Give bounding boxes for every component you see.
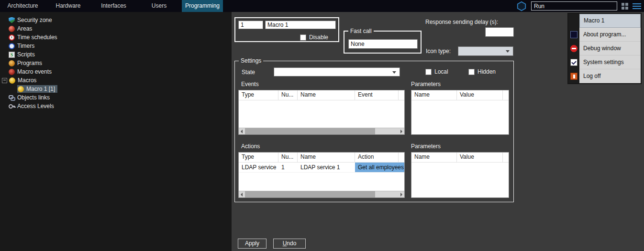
column-header[interactable]: Name [298, 153, 355, 162]
sidebar-item-security-zone[interactable]: Security zone [0, 16, 52, 24]
log-off-icon [570, 73, 577, 80]
column-header[interactable]: Event [355, 90, 399, 100]
state-label: State [242, 69, 255, 76]
sidebar-item-time-schedules[interactable]: Time schedules [0, 33, 57, 42]
cell-type[interactable]: LDAP service [239, 163, 278, 172]
tab-architecture[interactable]: Architecture [0, 0, 45, 12]
sidebar-item-access-levels[interactable]: Access Levels [0, 102, 54, 110]
sidebar-item-scripts[interactable]: Scripts [0, 50, 35, 59]
scroll-track[interactable] [245, 191, 398, 197]
run-input[interactable] [531, 1, 617, 11]
events-title: Events [241, 81, 259, 87]
local-checkbox[interactable] [425, 69, 432, 75]
sidebar-item-macro-1[interactable]: Macro 1 [1] [0, 85, 57, 93]
settings-groupbox: Settings State Local Hidden Events Type … [234, 61, 514, 202]
icon-type-dropdown[interactable] [458, 46, 513, 56]
menu-icon-cell [568, 14, 579, 28]
response-delay-input[interactable] [485, 27, 514, 37]
events-table-body [239, 100, 404, 128]
scroll-right-icon[interactable] [398, 128, 404, 134]
column-header[interactable]: Action [355, 153, 399, 162]
disable-label: Disable [309, 34, 328, 41]
events-table[interactable]: Type Nu... Name Event [238, 90, 405, 135]
menu-icon-cell [568, 42, 579, 55]
actions-parameters-header: Name Value [411, 153, 509, 163]
scroll-right-icon[interactable] [398, 191, 404, 197]
tab-interfaces[interactable]: Interfaces [91, 0, 136, 12]
sidebar-item-programs[interactable]: Programs [0, 59, 42, 67]
sidebar-item-objects-links[interactable]: Objects links [0, 93, 50, 102]
disable-checkbox-group: Disable [300, 33, 328, 41]
undo-button[interactable]: Undo [273, 239, 306, 249]
actions-table[interactable]: Type Nu... Name Action LDAP service 1 LD… [238, 152, 405, 198]
hexagon-logo-icon [516, 1, 527, 11]
hidden-checkbox[interactable] [468, 69, 475, 75]
macro-events-icon [9, 69, 15, 75]
access-levels-icon [9, 103, 15, 109]
column-header[interactable]: Type [239, 90, 278, 100]
scroll-left-icon[interactable] [239, 128, 245, 134]
fast-call-input[interactable] [348, 39, 418, 49]
menu-item-log-off[interactable]: Log off [568, 69, 641, 83]
menu-item-system-settings[interactable]: System settings [568, 55, 641, 69]
scroll-thumb[interactable] [245, 128, 375, 134]
actions-parameters-title: Parameters [411, 143, 441, 150]
menu-item-macro-1[interactable]: Macro 1 [568, 14, 641, 28]
tab-hardware[interactable]: Hardware [45, 0, 91, 12]
sidebar-item-macro-events[interactable]: Macro events [0, 67, 52, 76]
sidebar-item-label: Objects links [17, 94, 50, 101]
macro-number-input[interactable] [238, 21, 263, 29]
events-table-hscrollbar[interactable] [239, 128, 404, 134]
security-zone-icon [9, 17, 15, 23]
app-window: Architecture Hardware Interfaces Users P… [0, 0, 644, 251]
column-header[interactable]: Name [298, 90, 355, 100]
actions-table-hscrollbar[interactable] [239, 191, 404, 197]
actions-parameters-body [411, 163, 509, 197]
scroll-track[interactable] [245, 128, 398, 134]
tab-users[interactable]: Users [136, 0, 182, 12]
cell-action-selected[interactable]: Get all employees [355, 163, 404, 172]
sidebar-item-timers[interactable]: Timers [0, 42, 34, 50]
events-table-header: Type Nu... Name Event [239, 90, 404, 100]
menu-item-label: Log off [579, 69, 641, 83]
sidebar-item-areas[interactable]: Areas [0, 24, 32, 33]
undo-button-label: Undo [283, 239, 297, 248]
actions-parameters-table[interactable]: Name Value [411, 152, 509, 198]
column-header[interactable]: Value [457, 153, 503, 162]
cell-name[interactable]: LDAP service 1 [298, 163, 355, 172]
apply-button[interactable]: Apply [238, 239, 266, 249]
hamburger-menu-icon[interactable] [633, 3, 641, 9]
column-header[interactable]: Name [411, 153, 457, 162]
column-header[interactable]: Nu... [278, 90, 298, 100]
column-header[interactable]: Nu... [278, 153, 298, 162]
hidden-label: Hidden [477, 68, 496, 75]
sidebar-item-macros[interactable]: Macros [0, 76, 36, 85]
events-parameters-table[interactable]: Name Value [411, 90, 509, 135]
macros-icon [9, 77, 15, 84]
state-dropdown[interactable] [274, 67, 400, 76]
column-header[interactable]: Type [239, 153, 278, 162]
column-header[interactable]: Name [411, 90, 457, 100]
cell-number[interactable]: 1 [278, 163, 298, 172]
top-menu-bar: Architecture Hardware Interfaces Users P… [0, 0, 644, 12]
topbar-right-controls [516, 0, 641, 12]
table-row[interactable]: LDAP service 1 LDAP service 1 Get all em… [239, 163, 404, 173]
menu-item-debug-window[interactable]: Debug window [568, 42, 641, 55]
sidebar-item-label: Macro 1 [1] [26, 86, 55, 92]
grid-view-icon[interactable] [622, 3, 628, 10]
macro-name-input[interactable] [265, 21, 336, 29]
events-parameters-header: Name Value [411, 90, 509, 100]
tree-selection-highlight: Macro 1 [1] [17, 85, 57, 93]
actions-table-body: LDAP service 1 LDAP service 1 Get all em… [239, 163, 404, 191]
column-header-spacer [503, 90, 509, 100]
tab-programming[interactable]: Programming [182, 0, 223, 12]
local-checkbox-group: Local [425, 68, 448, 76]
scroll-thumb[interactable] [245, 191, 375, 197]
column-header[interactable]: Value [457, 90, 503, 100]
macro-1-icon [18, 86, 24, 92]
disable-checkbox[interactable] [300, 34, 306, 41]
menu-item-about-program[interactable]: About program... [568, 28, 641, 42]
collapse-expander-icon[interactable] [2, 78, 7, 83]
icon-type-value [458, 48, 460, 55]
scroll-left-icon[interactable] [239, 191, 245, 197]
